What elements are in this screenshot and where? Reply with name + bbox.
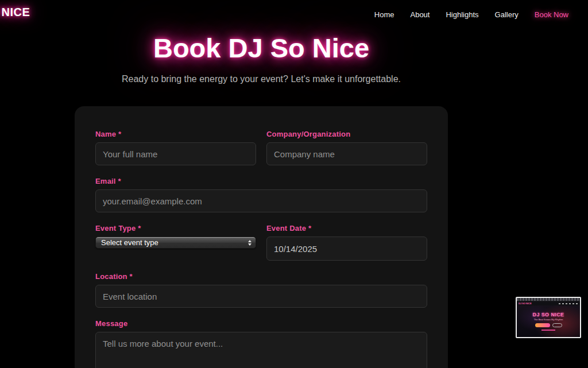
nav-gallery[interactable]: Gallery (495, 10, 519, 19)
nav-book-now[interactable]: Book Now (535, 10, 568, 19)
location-label: Location * (95, 272, 427, 281)
preview-cta-primary-button (535, 323, 550, 327)
event-date-label: Event Date * (266, 224, 427, 233)
event-date-input[interactable] (266, 237, 427, 261)
email-input[interactable] (95, 189, 427, 212)
preview-title: DJ SO NICE (532, 312, 564, 317)
main-nav: Home About Highlights Gallery Book Now (374, 10, 568, 19)
event-type-select[interactable]: Select event type (95, 237, 256, 249)
booking-form-card: Name * Company/Organization Email * Even… (75, 106, 448, 368)
nav-about[interactable]: About (410, 10, 430, 19)
company-input[interactable] (266, 142, 427, 165)
preview-accent-line (541, 330, 555, 331)
location-input[interactable] (95, 285, 427, 308)
preview-cta-secondary-button (552, 323, 562, 327)
preview-tagline: The Beat Knows My Rhythm (534, 318, 563, 321)
name-input[interactable] (95, 142, 256, 165)
preview-nav-links (559, 303, 578, 304)
event-type-selected-value: Select event type (101, 238, 158, 247)
email-label: Email * (95, 177, 427, 185)
form-row-message: Message (95, 319, 427, 368)
message-textarea[interactable] (95, 332, 427, 368)
page-title: Book DJ So Nice (0, 32, 523, 64)
preview-buttons (535, 323, 562, 327)
preview-logo: DJ SO NICE (519, 302, 532, 305)
select-spinner-icon (248, 240, 252, 246)
event-type-label: Event Type * (95, 224, 256, 233)
preview-nav-bar: DJ SO NICE (517, 301, 580, 305)
form-row-type-date: Event Type * Select event type Event Dat… (95, 224, 427, 261)
nav-highlights[interactable]: Highlights (446, 10, 478, 19)
preview-hero: DJ SO NICE The Beat Knows My Rhythm (517, 305, 580, 337)
message-label: Message (95, 319, 427, 328)
site-header: DJ SO NICE Home About Highlights Gallery… (0, 0, 588, 30)
company-label: Company/Organization (266, 130, 427, 138)
form-row-email: Email * (95, 177, 427, 212)
form-row-name-company: Name * Company/Organization (95, 130, 427, 165)
page-subtitle: Ready to bring the energy to your event?… (0, 74, 523, 84)
name-label: Name * (95, 130, 256, 138)
form-row-location: Location * (95, 272, 427, 308)
site-logo[interactable]: DJ SO NICE (0, 6, 30, 19)
nav-home[interactable]: Home (374, 10, 394, 19)
site-preview-window[interactable]: DJ SO NICE DJ SO NICE The Beat Knows My … (516, 297, 581, 338)
